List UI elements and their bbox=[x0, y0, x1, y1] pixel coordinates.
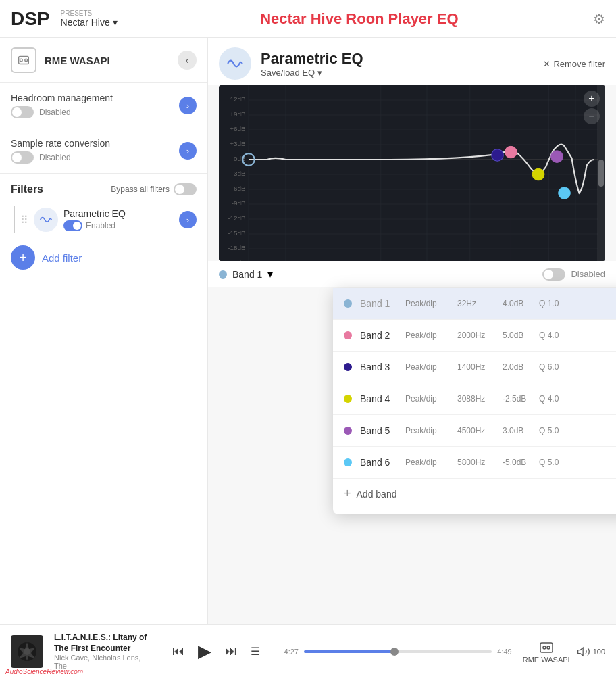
presets-label: Presets bbox=[61, 9, 118, 17]
progress-thumb bbox=[390, 648, 399, 656]
band-toggle[interactable] bbox=[542, 268, 565, 281]
collapse-button[interactable]: ‹ bbox=[178, 51, 197, 70]
header: DSP Presets Nectar Hive ▾ Nectar Hive Ro… bbox=[0, 0, 616, 38]
band-3-dot bbox=[344, 363, 352, 371]
next-button[interactable]: ⏭ bbox=[225, 644, 237, 658]
svg-text:+12dB: +12dB bbox=[226, 95, 246, 103]
player-title: L.I.T.A.N.I.E.S.: Litany of The First En… bbox=[54, 633, 149, 654]
sample-rate-toggle[interactable] bbox=[11, 151, 34, 164]
gear-icon[interactable]: ⚙ bbox=[593, 11, 605, 27]
band-3-q: Q 6.0 bbox=[539, 362, 613, 372]
band-row-3[interactable]: Band 3 Peak/dip 1400Hz 2.0dB Q 6.0 ⋮ bbox=[333, 352, 616, 383]
asr-watermark: AudioScienceReview.com bbox=[5, 668, 83, 675]
presets-block: Presets Nectar Hive ▾ bbox=[61, 9, 118, 28]
band-row-5[interactable]: Band 5 Peak/dip 4500Hz 3.0dB Q 5.0 ⋮ bbox=[333, 415, 616, 447]
eq-graph[interactable]: +12dB +9dB +6dB +3dB 0dB -3dB -6dB -9dB … bbox=[219, 85, 605, 261]
band-row-4[interactable]: Band 4 Peak/dip 3088Hz -2.5dB Q 4.0 ⋮ bbox=[333, 383, 616, 415]
bypass-toggle[interactable] bbox=[174, 183, 197, 195]
band-6-freq: 5800Hz bbox=[457, 458, 494, 467]
time-current: 4:27 bbox=[284, 648, 299, 656]
parametric-eq-icon bbox=[34, 208, 58, 232]
eq-title-block: Parametric EQ Save/load EQ ▾ bbox=[261, 50, 363, 78]
band-disabled-row: Disabled bbox=[542, 268, 605, 281]
headroom-toggle[interactable] bbox=[11, 106, 34, 118]
band-row-6[interactable]: Band 6 Peak/dip 5800Hz -5.0dB Q 5.0 ⋮ bbox=[333, 447, 616, 479]
add-band-label: Add band bbox=[357, 489, 397, 500]
output-device-label: RME WASAPI bbox=[523, 656, 570, 664]
sample-rate-block: Sample rate conversion Disabled bbox=[11, 138, 110, 164]
eq-graph-wrapper: +12dB +9dB +6dB +3dB 0dB -3dB -6dB -9dB … bbox=[208, 85, 616, 261]
band-selector-label: Band 1 bbox=[232, 269, 262, 280]
progress-fill bbox=[304, 650, 394, 653]
band-3-db: 2.0dB bbox=[503, 362, 531, 372]
sample-rate-arrow[interactable]: › bbox=[179, 142, 197, 160]
svg-text:-12dB: -12dB bbox=[228, 214, 246, 222]
band-chevron-icon: ▾ bbox=[267, 268, 273, 281]
svg-marker-61 bbox=[578, 648, 583, 656]
band-6-db: -5.0dB bbox=[503, 458, 531, 467]
band-4-freq: 3088Hz bbox=[457, 394, 494, 404]
band-3-freq: 1400Hz bbox=[457, 362, 494, 372]
previous-button[interactable]: ⏮ bbox=[172, 644, 184, 658]
svg-text:+6dB: +6dB bbox=[230, 125, 246, 132]
band-6-dot bbox=[344, 458, 352, 466]
preset-name: Nectar Hive bbox=[61, 17, 110, 28]
band-row-1[interactable]: Band 1 Peak/dip 32Hz 4.0dB Q 1.0 ⋮ bbox=[333, 288, 616, 320]
band-color-dot bbox=[219, 270, 227, 279]
eq-remove-button[interactable]: ✕ Remove filter bbox=[543, 59, 605, 69]
player-info: L.I.T.A.N.I.E.S.: Litany of The First En… bbox=[54, 633, 149, 670]
eq-title: Parametric EQ bbox=[261, 50, 363, 68]
headroom-section: Headroom management Disabled › bbox=[0, 83, 207, 128]
band-3-name: Band 3 bbox=[360, 362, 397, 372]
eq-scrollbar-thumb bbox=[598, 160, 604, 187]
filter-status: Enabled bbox=[63, 220, 174, 231]
filter-info: Parametric EQ Enabled bbox=[63, 208, 174, 231]
eq-save-load[interactable]: Save/load EQ ▾ bbox=[261, 68, 363, 78]
band-4-db: -2.5dB bbox=[503, 394, 531, 404]
svg-text:-18dB: -18dB bbox=[228, 244, 246, 251]
filter-toggle[interactable] bbox=[63, 220, 82, 231]
band-selector[interactable]: Band 1 ▾ bbox=[219, 268, 273, 281]
close-icon: ✕ bbox=[543, 59, 550, 69]
queue-button[interactable]: ☰ bbox=[251, 645, 260, 658]
eq-scrollbar[interactable] bbox=[597, 85, 605, 261]
band-4-name: Band 4 bbox=[360, 393, 397, 404]
chevron-down-icon: ▾ bbox=[113, 17, 118, 28]
band-2-name: Band 2 bbox=[360, 330, 397, 341]
drag-handle-icon[interactable]: ⠿ bbox=[20, 214, 28, 226]
progress-bar[interactable] bbox=[304, 650, 492, 653]
album-art bbox=[11, 635, 43, 668]
filter-arrow[interactable]: › bbox=[179, 211, 197, 228]
app-container: DSP Presets Nectar Hive ▾ Nectar Hive Ro… bbox=[0, 0, 616, 678]
band-4-dot bbox=[344, 395, 352, 403]
add-filter-row[interactable]: + Add filter bbox=[11, 239, 197, 276]
band-disabled-label: Disabled bbox=[571, 269, 605, 279]
headroom-toggle-knob bbox=[12, 107, 22, 117]
play-button[interactable]: ▶ bbox=[198, 641, 211, 662]
sample-rate-section: Sample rate conversion Disabled › bbox=[0, 128, 207, 174]
filter-enabled-label: Enabled bbox=[86, 221, 116, 231]
svg-rect-58 bbox=[540, 643, 553, 652]
svg-text:-3dB: -3dB bbox=[232, 170, 246, 177]
headroom-arrow[interactable]: › bbox=[179, 97, 197, 114]
svg-text:-15dB: -15dB bbox=[228, 229, 246, 237]
band-6-q: Q 5.0 bbox=[539, 458, 613, 467]
headroom-block: Headroom management Disabled bbox=[11, 93, 113, 118]
add-band-row[interactable]: + Add band bbox=[333, 479, 616, 509]
sample-rate-toggle-row: Disabled bbox=[11, 151, 110, 164]
preset-selector[interactable]: Nectar Hive ▾ bbox=[61, 17, 118, 28]
band-1-db: 4.0dB bbox=[503, 299, 531, 308]
eq-header: Parametric EQ Save/load EQ ▾ ✕ Remove fi… bbox=[208, 38, 616, 85]
svg-point-52 bbox=[532, 168, 544, 180]
band-list-panel: Band 1 Peak/dip 32Hz 4.0dB Q 1.0 ⋮ Band … bbox=[333, 288, 616, 514]
eq-icon bbox=[219, 47, 251, 80]
band-5-q: Q 5.0 bbox=[539, 426, 613, 435]
page-title: Nectar Hive Roon Player EQ bbox=[126, 10, 593, 28]
band-5-dot bbox=[344, 427, 352, 435]
band-selector-row: Band 1 ▾ Disabled bbox=[208, 261, 616, 287]
headroom-status: Disabled bbox=[39, 107, 71, 117]
right-panel: Parametric EQ Save/load EQ ▾ ✕ Remove fi… bbox=[208, 38, 616, 624]
band-2-type: Peak/dip bbox=[405, 331, 449, 340]
band-row-2[interactable]: Band 2 Peak/dip 2000Hz 5.0dB Q 4.0 ⋮ bbox=[333, 320, 616, 352]
band-toggle-knob bbox=[544, 270, 553, 279]
